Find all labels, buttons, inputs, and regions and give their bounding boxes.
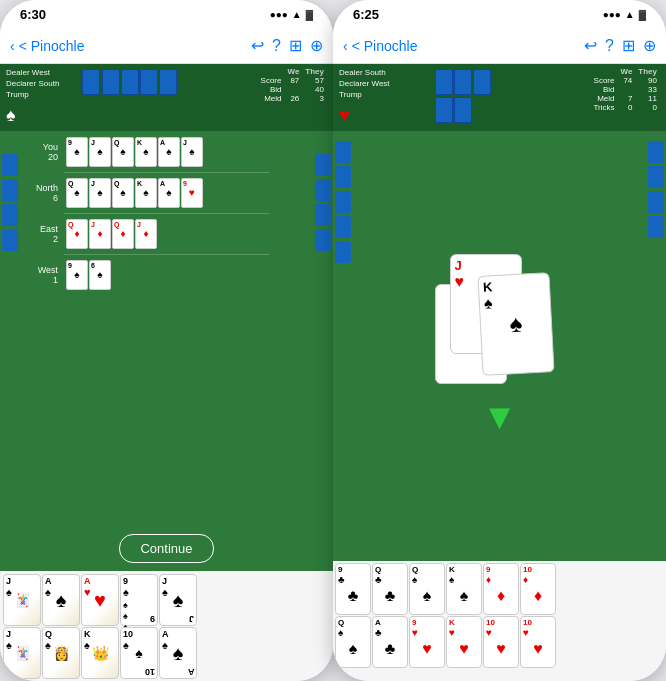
hand-r-9d[interactable]: 9 ♦ ♦ [483,563,519,615]
hand-card-j-spade-2[interactable]: J ♠ ♠ J [159,574,197,626]
signal-icon: ●●● [270,9,288,20]
score-label-r: Score [590,76,617,85]
time-left: 6:30 [20,7,46,22]
vc-lr3 [335,191,351,213]
player-name-east: East [24,224,58,234]
hand-card-a-heart-1[interactable]: A ♥ ♥ [81,574,119,626]
vc-rr4 [648,216,664,238]
played-card-k-spade[interactable]: K ♠ ♠ [477,272,554,376]
back-chevron-icon-r: ‹ [343,38,348,54]
more-icon-r[interactable]: ⊕ [643,36,656,55]
score-header-left: Dealer West Declarer South Trump ♠ [0,64,333,131]
undo-icon-r[interactable]: ↩ [584,36,597,55]
card-north-2[interactable]: J♠ [89,178,111,208]
player-score-north: 6 [24,193,58,203]
hand-r-10h1[interactable]: 10 ♥ ♥ [483,616,519,668]
vc-lr4 [335,216,351,238]
hand-card-k-s-row2[interactable]: K ♠ 👑 [81,627,119,679]
pc-suit-ks: ♠ [483,294,492,312]
vc-lr2 [335,166,351,188]
card-east-1[interactable]: Q♦ [66,219,88,249]
vert-cards-left-r [335,141,351,263]
hand-card-j-spade-1[interactable]: J ♠ 🃏 [3,574,41,626]
hand-r-9h[interactable]: 9 ♥ ♥ [409,616,445,668]
we-label: We [284,67,302,76]
more-icon[interactable]: ⊕ [310,36,323,55]
hand-area-left: J ♠ 🃏 A ♠ ♠ A ♥ ♥ 9 ♠ ♠♠♠ 9 [0,571,333,681]
continue-button[interactable]: Continue [119,534,213,563]
undo-icon[interactable]: ↩ [251,36,264,55]
player-score-you: 20 [24,152,58,162]
card-you-4[interactable]: K♠ [135,137,157,167]
dealer-info-right: Dealer South Declarer West Trump ♥ [339,67,431,128]
hand-r-qc[interactable]: Q ♣ ♣ [372,563,408,615]
hand-r-kh[interactable]: K ♥ ♥ [446,616,482,668]
hand-card-j-s-row2[interactable]: J ♠ 🃏 [3,627,41,679]
player-name-you: You [24,142,58,152]
card-west-2[interactable]: 6♠ [89,260,111,290]
meld-row-label: Meld [258,94,285,103]
card-you-5[interactable]: A♠ [158,137,180,167]
hand-r-10h2[interactable]: 10 ♥ ♥ [520,616,556,668]
vc-rr3 [648,191,664,213]
card-north-5[interactable]: A♠ [158,178,180,208]
trump-label-left: Trump [6,90,29,99]
they-label-r: They [635,67,660,76]
hand-card-10-s-row2[interactable]: 10 ♠ ♠ 10 [120,627,158,679]
player-row-east: East 2 Q♦ J♦ Q♦ J♦ [24,217,309,251]
nav-back-right[interactable]: ‹ < Pinochle [343,38,417,54]
card-back-r2 [454,69,472,95]
dealer-name-r: South [365,68,386,77]
player-score-east: 2 [24,234,58,244]
trump-suit-right: ♥ [339,105,350,125]
card-back-r3 [473,69,491,95]
player-cards-north: Q♠ J♠ Q♠ K♠ A♠ 9♥ [66,178,309,208]
vert-cards-right-1 [315,154,331,251]
hand-card-a-s-row2[interactable]: A ♠ ♠ A [159,627,197,679]
declarer-name: South [38,79,59,88]
hand-r-qs[interactable]: Q ♠ ♠ [409,563,445,615]
hand-r-qs2[interactable]: Q ♠ ♠ [335,616,371,668]
layout-icon[interactable]: ⊞ [289,36,302,55]
hand-card-q-s-row2[interactable]: Q ♠ 👸 [42,627,80,679]
vc-lr5 [335,241,351,263]
declarer-label: Declarer [6,79,36,88]
card-you-6[interactable]: J♠ [181,137,203,167]
card-you-2[interactable]: J♠ [89,137,111,167]
hand-r-ks[interactable]: K ♠ ♠ [446,563,482,615]
hand-card-a-spade-1[interactable]: A ♠ ♠ [42,574,80,626]
hand-card-9-spade[interactable]: 9 ♠ ♠♠♠ 9 [120,574,158,626]
card-north-4[interactable]: K♠ [135,178,157,208]
player-cards-west: 9♠ 6♠ [66,260,309,290]
nav-back-left[interactable]: ‹ < Pinochle [10,38,84,54]
card-east-2[interactable]: J♦ [89,219,111,249]
card-east-4[interactable]: J♦ [135,219,157,249]
pc-rank-jh: J [455,258,462,273]
card-you-3[interactable]: Q♠ [112,137,134,167]
nav-back-label-r[interactable]: < Pinochle [352,38,418,54]
hand-r-9c[interactable]: 9 ♣ ♣ [335,563,371,615]
card-east-3[interactable]: Q♦ [112,219,134,249]
card-you-1[interactable]: 9♠ [66,137,88,167]
nav-back-label[interactable]: < Pinochle [19,38,85,54]
sep-3 [64,254,269,255]
player-name-west: West [24,265,58,275]
declarer-name-r: West [371,79,389,88]
hand-r-10d[interactable]: 10 ♦ ♦ [520,563,556,615]
card-north-1[interactable]: Q♠ [66,178,88,208]
layout-icon-r[interactable]: ⊞ [622,36,635,55]
continue-wrapper: Continue [0,526,333,571]
card-north-6[interactable]: 9♥ [181,178,203,208]
card-west-1[interactable]: 9♠ [66,260,88,290]
player-row-you: You 20 9♠ J♠ Q♠ K♠ A♠ J♠ [24,135,309,169]
hand-r-ac[interactable]: A ♣ ♣ [372,616,408,668]
vc-3 [2,204,18,226]
card-back-4 [140,69,158,95]
card-back-r5 [454,97,472,123]
card-back-5 [159,69,177,95]
help-icon-r[interactable]: ? [605,37,614,55]
player-cards-east: Q♦ J♦ Q♦ J♦ [66,219,309,249]
help-icon[interactable]: ? [272,37,281,55]
hand-row-2-right: Q ♠ ♠ A ♣ ♣ 9 ♥ ♥ K ♥ ♥ 10 ♥ ♥ [335,616,664,668]
card-north-3[interactable]: Q♠ [112,178,134,208]
